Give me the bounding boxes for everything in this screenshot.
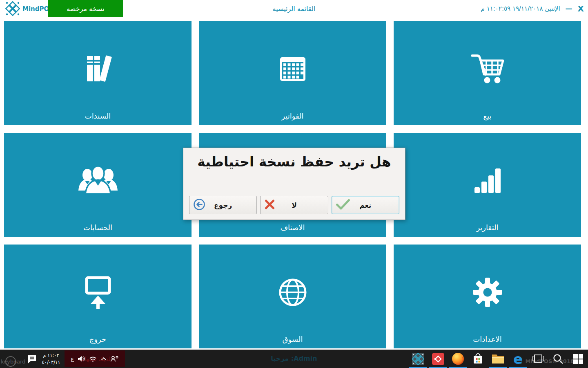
- taskbar-windows-start[interactable]: [568, 350, 588, 368]
- datetime-label: الإثنين ١٩/١١/٢٠١٨ ١١:٠٢:٥٩ م: [481, 5, 560, 12]
- gear-icon: [473, 278, 502, 309]
- taskbar-mindpos-app[interactable]: [408, 350, 428, 368]
- tile-label: السندات: [4, 112, 192, 120]
- tile-label: الاصناف: [199, 223, 386, 232]
- backup-confirm-dialog: هل تريد حفظ نسخة احتياطية رجوع لا: [183, 148, 405, 220]
- taskbar-red-pos-app[interactable]: [428, 350, 448, 368]
- minimize-button[interactable]: —: [566, 5, 572, 12]
- tile-label: بيع: [394, 112, 581, 120]
- back-button[interactable]: رجوع: [189, 196, 257, 214]
- books-icon: [82, 55, 114, 85]
- tile-label: الفواتير: [199, 112, 386, 120]
- no-button[interactable]: لا: [260, 196, 328, 214]
- tile-label: السوق: [199, 335, 386, 343]
- no-button-label: لا: [292, 201, 297, 209]
- tile-label: الحسابات: [4, 223, 192, 232]
- tile-settings[interactable]: الاعدادات: [394, 245, 581, 348]
- taskbar-microsoft-store[interactable]: [468, 350, 488, 368]
- back-button-label: رجوع: [214, 201, 232, 209]
- yes-button[interactable]: نعم: [332, 196, 399, 214]
- cart-icon: [469, 53, 506, 87]
- keyboard-overlay-label: keyboard: [1, 359, 25, 365]
- tile-label: التقارير: [394, 223, 581, 232]
- tile-market[interactable]: السوق: [199, 245, 386, 348]
- taskbar-firefox[interactable]: [448, 350, 468, 368]
- windows-taskbar: keyboard ١١:٠٢ م ٤٠/٠٣/١١ ع: [0, 350, 588, 368]
- taskbar-file-explorer[interactable]: [488, 350, 508, 368]
- back-arrow-icon: [193, 198, 205, 212]
- tile-label: خروج: [4, 335, 192, 343]
- red-x-icon: [264, 199, 275, 211]
- edge-icon: e: [513, 352, 523, 366]
- people-icon: [77, 165, 119, 198]
- tile-bonds[interactable]: السندات: [4, 21, 192, 125]
- tile-accounts[interactable]: الحسابات: [4, 133, 192, 237]
- taskbar-app-icons: e: [408, 350, 588, 368]
- close-button[interactable]: X: [578, 4, 586, 13]
- exit-icon: [84, 276, 112, 310]
- green-check-icon: [336, 199, 350, 212]
- taskbar-task-view[interactable]: [528, 350, 548, 368]
- tile-sell[interactable]: بيع: [394, 21, 581, 125]
- tile-label: الاعدادات: [394, 335, 581, 343]
- yes-button-label: نعم: [359, 201, 371, 209]
- tile-invoices[interactable]: الفواتير: [199, 21, 386, 125]
- tile-exit[interactable]: خروج: [4, 245, 192, 348]
- tile-reports[interactable]: التقارير: [394, 133, 581, 237]
- window-controls: الإثنين ١٩/١١/٢٠١٨ ١١:٠٢:٥٩ م — X: [481, 0, 586, 17]
- bar-chart-icon: [474, 168, 501, 195]
- globe-icon: [278, 278, 307, 309]
- dialog-message: هل تريد حفظ نسخة احتياطية: [183, 154, 405, 170]
- taskbar-search[interactable]: [548, 350, 568, 368]
- calculator-icon: [279, 56, 306, 83]
- taskbar-edge[interactable]: e: [508, 350, 528, 368]
- dialog-buttons: رجوع لا نعم: [189, 196, 399, 214]
- top-bar: MindPOS نسخة مرخصة القائمة الرئيسية الإث…: [0, 0, 588, 17]
